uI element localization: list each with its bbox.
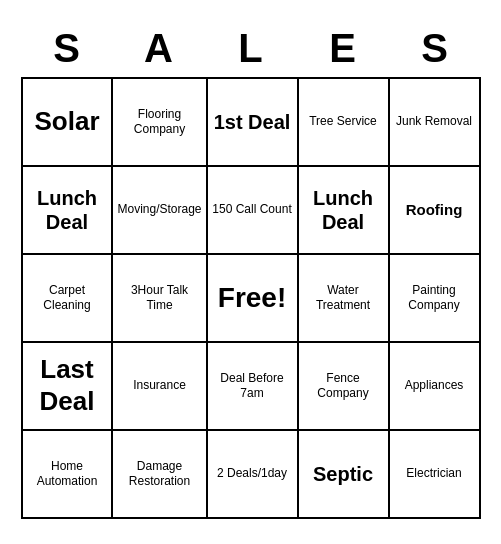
cell-text: Electrician	[406, 466, 461, 480]
bingo-cell: Lunch Deal	[23, 167, 114, 255]
cell-text: Carpet Cleaning	[27, 283, 108, 312]
cell-text: Appliances	[405, 378, 464, 392]
bingo-cell: Damage Restoration	[113, 431, 207, 519]
cell-text: Lunch Deal	[303, 186, 384, 234]
header-letter: S	[23, 26, 111, 71]
cell-text: Moving/Storage	[117, 202, 201, 216]
bingo-cell: Insurance	[113, 343, 207, 431]
bingo-header: SALES	[21, 26, 481, 71]
bingo-cell: 3Hour Talk Time	[113, 255, 207, 343]
bingo-cell: Carpet Cleaning	[23, 255, 114, 343]
bingo-card: SALES SolarFlooring Company1st DealTree …	[11, 16, 491, 529]
bingo-cell: Septic	[299, 431, 390, 519]
bingo-cell: Roofing	[390, 167, 481, 255]
bingo-cell: Free!	[208, 255, 299, 343]
bingo-cell: Electrician	[390, 431, 481, 519]
cell-text: Free!	[218, 281, 286, 315]
header-letter: L	[207, 26, 295, 71]
cell-text: Water Treatment	[303, 283, 384, 312]
cell-text: Damage Restoration	[117, 459, 201, 488]
bingo-cell: Painting Company	[390, 255, 481, 343]
cell-text: 1st Deal	[214, 110, 291, 134]
bingo-cell: Fence Company	[299, 343, 390, 431]
bingo-cell: Lunch Deal	[299, 167, 390, 255]
cell-text: Home Automation	[27, 459, 108, 488]
header-letter: S	[391, 26, 479, 71]
cell-text: 150 Call Count	[212, 202, 291, 216]
bingo-cell: Last Deal	[23, 343, 114, 431]
bingo-cell: Water Treatment	[299, 255, 390, 343]
cell-text: Flooring Company	[117, 107, 201, 136]
header-letter: E	[299, 26, 387, 71]
cell-text: Deal Before 7am	[212, 371, 293, 400]
bingo-cell: 150 Call Count	[208, 167, 299, 255]
cell-text: Junk Removal	[396, 114, 472, 128]
bingo-cell: 1st Deal	[208, 79, 299, 167]
cell-text: Last Deal	[27, 354, 108, 416]
cell-text: Insurance	[133, 378, 186, 392]
bingo-cell: Flooring Company	[113, 79, 207, 167]
bingo-cell: Appliances	[390, 343, 481, 431]
cell-text: Lunch Deal	[27, 186, 108, 234]
cell-text: 3Hour Talk Time	[117, 283, 201, 312]
bingo-cell: Deal Before 7am	[208, 343, 299, 431]
cell-text: Fence Company	[303, 371, 384, 400]
cell-text: 2 Deals/1day	[217, 466, 287, 480]
cell-text: Solar	[34, 106, 99, 137]
cell-text: Tree Service	[309, 114, 377, 128]
bingo-cell: 2 Deals/1day	[208, 431, 299, 519]
bingo-cell: Junk Removal	[390, 79, 481, 167]
cell-text: Septic	[313, 462, 373, 486]
header-letter: A	[115, 26, 203, 71]
bingo-cell: Solar	[23, 79, 114, 167]
bingo-cell: Home Automation	[23, 431, 114, 519]
cell-text: Painting Company	[394, 283, 475, 312]
bingo-grid: SolarFlooring Company1st DealTree Servic…	[21, 77, 481, 519]
bingo-cell: Moving/Storage	[113, 167, 207, 255]
cell-text: Roofing	[406, 201, 463, 219]
bingo-cell: Tree Service	[299, 79, 390, 167]
